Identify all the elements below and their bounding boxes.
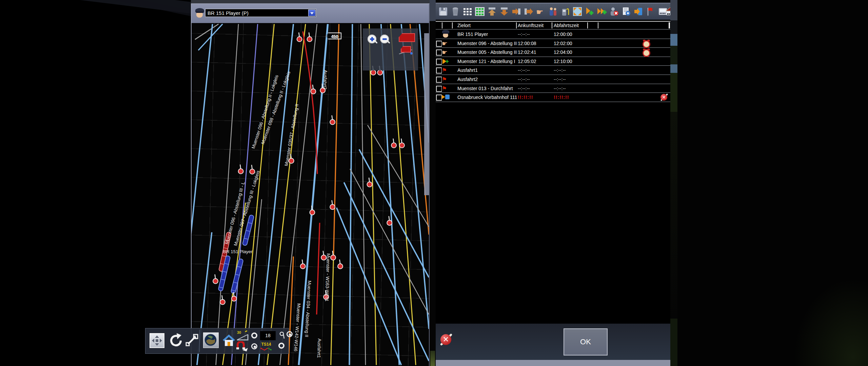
world-view-button[interactable]: [203, 332, 219, 348]
track-map-view[interactable]: Muenster 096 - Abstellung II - LokgleisM…: [192, 23, 429, 366]
row-checkbox[interactable]: [436, 41, 442, 47]
pick-destination-button[interactable]: ☛: [536, 7, 546, 17]
portal-button[interactable]: [634, 7, 644, 17]
timetable-grid-active-button[interactable]: [475, 7, 485, 17]
timetable-header: Zielort Ankunftszeit Abfahrtszeit: [436, 21, 670, 29]
ts14-radio[interactable]: [278, 343, 284, 349]
driver-icon: [195, 8, 204, 18]
column-separator: [442, 22, 442, 28]
cancel-signal-icon[interactable]: ✕: [440, 333, 452, 345]
row-checkbox[interactable]: [436, 86, 442, 92]
row-checkbox[interactable]: [436, 59, 442, 65]
signal-icon[interactable]: [213, 279, 218, 284]
signal-icon[interactable]: [250, 169, 255, 174]
ankunftszeit-cell: 12:00:08: [518, 39, 552, 48]
ankunftszeit-cell: 12:02:41: [518, 48, 552, 57]
chevron-down-icon[interactable]: [308, 9, 316, 16]
row-checkbox[interactable]: [436, 49, 442, 56]
signal-icon[interactable]: [330, 120, 335, 125]
hand-icon: ☛: [442, 40, 448, 47]
zoom-in-button[interactable]: [368, 35, 376, 43]
remove-entry-icon[interactable]: ✕: [660, 94, 668, 101]
signal-icon[interactable]: [310, 210, 315, 215]
rotate-tool-button[interactable]: [168, 332, 184, 350]
expand-view-button[interactable]: [573, 7, 583, 17]
map-panel-header: BR 151 Player (P): [192, 4, 429, 23]
save-button[interactable]: [438, 7, 449, 17]
signal-icon[interactable]: [338, 264, 343, 269]
refuel-button[interactable]: [560, 7, 571, 17]
signal-icon[interactable]: [391, 143, 396, 148]
move-tool-button[interactable]: [150, 333, 164, 348]
place-locomotive-button[interactable]: [399, 33, 415, 42]
row-checkbox[interactable]: [436, 67, 442, 74]
timetable-row[interactable]: ☛Muenster 096 - Abstellung III - Lokglei…: [436, 39, 670, 48]
insert-before-button[interactable]: [512, 7, 522, 17]
snap-radio[interactable]: [287, 331, 293, 337]
timetable-row[interactable]: Osnabrueck Vorbahnhof 111 - Abstell!!:!!…: [436, 93, 670, 102]
row-type-icon-cell: ⚑: [442, 84, 453, 93]
move-up-button[interactable]: [487, 7, 497, 17]
checkbox-cell: [436, 48, 442, 57]
coupling-tool-icon[interactable]: [235, 341, 249, 353]
signal-icon[interactable]: [300, 264, 305, 269]
signal-icon[interactable]: [321, 255, 326, 260]
signal-icon[interactable]: [311, 89, 316, 94]
checkbox-cell: [436, 75, 442, 84]
signal-icon[interactable]: [387, 220, 392, 225]
zielort-cell: Muenster 121 - Abstellung I: [457, 57, 517, 66]
signal-icon[interactable]: [331, 255, 336, 260]
move-down-button[interactable]: [499, 7, 510, 17]
coupling-radio[interactable]: [251, 343, 257, 349]
passengers-button[interactable]: [548, 7, 558, 17]
track-line: [317, 223, 320, 314]
height-value-box[interactable]: 18: [260, 331, 276, 340]
track-line: [288, 257, 293, 365]
row-checkbox[interactable]: [436, 77, 442, 83]
consist-dropdown[interactable]: BR 151 Player (P): [205, 9, 316, 17]
timetable-row[interactable]: ⚑Muenster 013 - Durchfahrt--:--:----:--:…: [436, 84, 670, 93]
signal-icon[interactable]: [330, 204, 335, 209]
signal-icon[interactable]: [307, 37, 312, 42]
signal-icon[interactable]: [297, 37, 302, 42]
timetable-row[interactable]: ☛Muenster 005 - Abstellung III12:02:4112…: [436, 48, 670, 57]
zoom-out-button[interactable]: [380, 35, 389, 43]
signal-icon[interactable]: [220, 300, 225, 305]
scene-left: [0, 0, 191, 366]
ok-button[interactable]: OK: [564, 328, 608, 355]
gradient-radio[interactable]: [251, 332, 257, 339]
service-instructions-button[interactable]: [622, 7, 632, 17]
signal-icon[interactable]: [232, 296, 237, 301]
checkbox-cell: [436, 66, 442, 75]
flag-button[interactable]: [646, 7, 656, 17]
delete-button[interactable]: [451, 7, 461, 17]
gradient-display-icon[interactable]: 30: [236, 330, 250, 341]
add-destination-button[interactable]: [585, 7, 595, 17]
scrollbar-thumb[interactable]: [669, 22, 670, 28]
snap-tool-icon[interactable]: [279, 331, 285, 341]
signal-icon[interactable]: [371, 70, 376, 75]
signal-icon[interactable]: [367, 182, 372, 187]
portal-icon: [445, 95, 450, 99]
insert-after-button[interactable]: [524, 7, 534, 17]
signal-icon[interactable]: [377, 70, 382, 75]
timetable-row[interactable]: BR 151 Player--:--:--12:00:00: [436, 30, 670, 39]
scene-strip: [670, 0, 677, 366]
add-double-destination-button[interactable]: [597, 7, 607, 17]
row-checkbox[interactable]: [436, 95, 442, 101]
timetable-grid-button[interactable]: [463, 7, 473, 17]
ts14-marker-icon[interactable]: TS14: [259, 342, 274, 351]
place-locomotive-on-track-button[interactable]: [401, 46, 411, 53]
signal-icon[interactable]: [399, 143, 405, 148]
signal-icon[interactable]: [238, 169, 243, 174]
row-type-icon-cell: [442, 93, 453, 102]
timetable-row[interactable]: ⚑Ausfahrt1--:--:----:--:--: [436, 66, 670, 75]
track-line: [334, 24, 339, 257]
timetable-row[interactable]: ⚑Ausfahrt2--:--:----:--:--: [436, 75, 670, 84]
depot-button[interactable]: [666, 7, 670, 17]
remove-driver-button[interactable]: [609, 7, 619, 17]
free-move-tool-button[interactable]: [185, 334, 198, 348]
home-view-button[interactable]: [222, 334, 236, 349]
zielort-cell: Ausfahrt1: [457, 66, 517, 75]
timetable-row[interactable]: +Muenster 121 - Abstellung I12:05:0212:1…: [436, 57, 670, 66]
